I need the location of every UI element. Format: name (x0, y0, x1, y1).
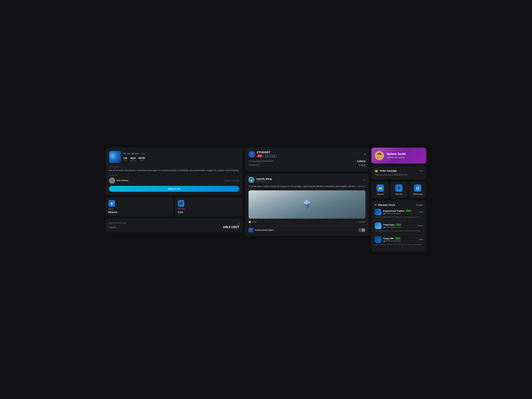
transfer-icon: ⇄ (395, 184, 403, 192)
trader-br-desc: Trade with us, anyone here will help, an… (375, 244, 423, 246)
post-image (248, 190, 365, 219)
stat-member-value: 3622 (130, 157, 136, 159)
profile-stats: 130 Title 3622 Member 55780 Liked (123, 157, 239, 162)
post-text: In recent years, cryptocurrency has surg… (248, 185, 365, 188)
trade-coin-info: Ξ ETH/USDT Sell Sync Strategy (248, 151, 277, 158)
like-count: 130564 (359, 221, 365, 223)
stat-title: 130 Title (123, 157, 127, 162)
trade-easy-name: Trade Easy (383, 223, 394, 226)
discover-card: ↻ Discover Circle English Experienced Tr… (371, 200, 426, 252)
deposit-icon: 💳 (377, 184, 384, 192)
circle-item-header-2: Trade Easy Free 👥 255000 people joined J… (375, 222, 423, 229)
professional-toggle[interactable] (358, 228, 365, 232)
discover-title: Discover Circle (378, 204, 395, 206)
order-title: Order message (380, 169, 397, 172)
apply-to-join-button[interactable]: Apply to join (109, 186, 239, 192)
transfer-action-button[interactable]: ⇄ Transfer (390, 182, 408, 198)
deposit-label: Deposit (109, 226, 116, 228)
trade-easy-details: Trade Easy Free 👥 255000 people joined (383, 223, 401, 228)
like-icon: ♡ (356, 221, 358, 223)
profile-info: ID: our_fortune Free 130 Title 3622 Memb… (123, 152, 239, 162)
circle-item-info-3: Trader BR Free 👥 56042 people joined (375, 236, 400, 243)
discover-header: ↻ Discover Circle English (375, 204, 423, 206)
exchange-row: ◆ Bound Binance ⬛ Unbound Ccxt (106, 197, 243, 216)
circle-item-trader-br: Trader BR Free 👥 56042 people joined Vie… (375, 236, 423, 246)
stat-liked: 55780 Liked (139, 157, 145, 162)
language-selector[interactable]: English (417, 204, 423, 206)
sell-badge: Sell (257, 155, 262, 158)
deposit-chevron-icon: ▾ (238, 222, 239, 224)
withdrawal-action-button[interactable]: 🏦 Withdrawal (409, 182, 426, 198)
trader-br-thumb (375, 236, 381, 243)
user-maturity: 2024-07-06 maturity (387, 156, 406, 159)
user-info: Nelson Smith 2024-07-06 maturity (387, 152, 406, 159)
user-profile-card: Nelson Smith 2024-07-06 maturity (371, 148, 426, 164)
trade-pair: ETH/USDT (257, 151, 277, 154)
sync-badge: Sync Strategy (263, 155, 277, 158)
experienced-traders-badge: Free (405, 210, 412, 212)
experienced-traders-thumb (375, 209, 381, 215)
stat-member: 3622 Member (130, 157, 136, 162)
trader-br-details: Trader BR Free 👥 56042 people joined (383, 237, 400, 242)
trade-easy-desc: The official group of the application, w… (375, 230, 423, 232)
profile-avatar (109, 151, 121, 163)
see-more-link[interactable]: see more (357, 185, 365, 188)
experienced-traders-name: Experienced Traders (383, 210, 404, 212)
trade-easy-joined-label: Joined (417, 225, 423, 227)
ethereum-logo (302, 200, 312, 209)
trade-easy-badge: Free (395, 223, 402, 226)
profit-row: Profit(USDT) 9.76% (248, 164, 365, 167)
trader-br-members: 👥 56042 people joined (383, 240, 400, 242)
profile-id: ID: our_fortune (123, 152, 139, 155)
circle-profile-label: Circle profile (109, 165, 239, 168)
eth-icon: Ξ (248, 151, 255, 158)
stat-liked-label: Liked (139, 160, 145, 162)
divider-1 (375, 221, 423, 221)
stat-liked-value: 55780 (139, 157, 145, 159)
circle-item-info-1: Experienced Traders Free 👥 15004 people … (375, 209, 411, 215)
post-avatar (248, 177, 254, 183)
deposit-action-button[interactable]: 💳 Deposit (371, 182, 389, 198)
user-avatar (375, 151, 384, 160)
profile-card: ID: our_fortune Free 130 Title 3622 Memb… (106, 148, 243, 195)
transfer-action-label: Transfer (395, 193, 403, 195)
deposit-date: 2024-07-09 21:10:40 (109, 222, 126, 224)
trader-br-view-button[interactable]: View (419, 238, 423, 241)
trader-br-badge: Free (394, 237, 400, 240)
created-text: Created 1 year ago (224, 180, 239, 182)
stat-title-value: 130 (123, 157, 127, 159)
pro-icon-label: ⬡ Professional Edition (248, 228, 274, 232)
binance-card[interactable]: ◆ Bound Binance (106, 197, 173, 216)
user-name: Nelson Smith (387, 152, 406, 156)
pro-label: Professional Edition (255, 229, 274, 231)
stat-member-label: Member (130, 160, 136, 162)
order-title-row: 👑 Order message (375, 169, 397, 172)
trade-chevron-icon: ▾ (364, 153, 365, 156)
crown-icon: 👑 (375, 169, 378, 172)
circle-item-header-1: Experienced Traders Free 👥 15004 people … (375, 209, 423, 215)
deposit-action-label: Deposit (377, 193, 384, 195)
circle-lord-label: Circle lord (109, 174, 239, 176)
circle-item-trade-easy: Trade Easy Free 👥 255000 people joined J… (375, 222, 423, 232)
trader-br-name: Trader BR (383, 237, 393, 240)
ccxt-card[interactable]: ⬛ Unbound Ccxt (175, 197, 243, 216)
order-header: 👑 Order message 7 am (375, 169, 423, 172)
lord-name: Max William (117, 179, 128, 182)
circle-description: We are an active and dynamic community w… (109, 169, 239, 172)
post-author-info: Isabella Wang 2024-03-13 (256, 177, 272, 182)
avg-buy-value: 0.05472 (357, 160, 366, 163)
experienced-traders-view-button[interactable]: View (419, 211, 423, 213)
share-icon[interactable]: ⬡ (363, 178, 365, 181)
post-likes: ♡ 130564 (356, 221, 365, 223)
circle-item-experienced-traders: Experienced Traders Free 👥 15004 people … (375, 209, 423, 218)
action-row: 💳 Deposit ⇄ Transfer 🏦 Withdrawal (371, 182, 426, 198)
post-card: Isabella Wang 2024-03-13 ⬡ In recent yea… (245, 174, 369, 236)
refresh-icon[interactable]: ↻ (375, 204, 377, 206)
post-header: Isabella Wang 2024-03-13 ⬡ (248, 177, 365, 183)
post-author-name: Isabella Wang (256, 177, 272, 180)
binance-icon: ◆ (108, 200, 115, 207)
withdrawal-icon: 🏦 (414, 184, 421, 192)
profit-label: Profit(USDT) (248, 164, 260, 167)
comment-count: 2720 (252, 221, 257, 223)
trade-easy-members: 👥 255000 people joined (383, 226, 401, 228)
